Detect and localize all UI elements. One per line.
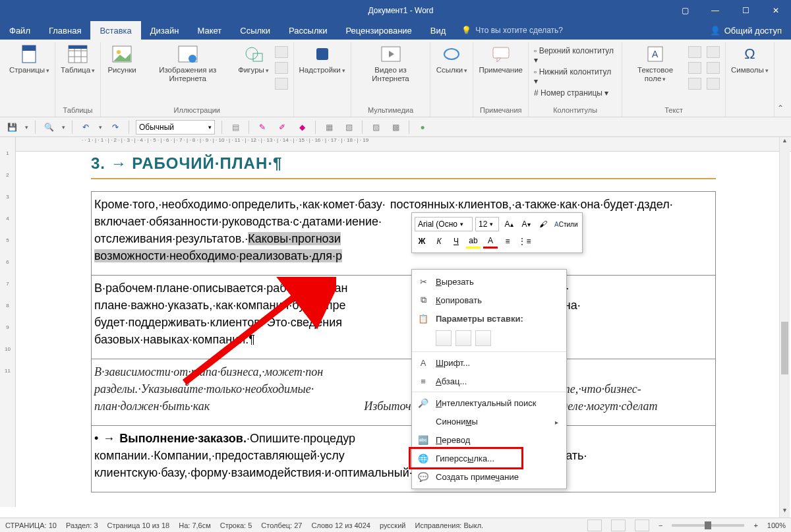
qat-btn8[interactable]: ▩ xyxy=(389,121,402,134)
collapse-ribbon-icon[interactable]: ⌃ xyxy=(775,42,787,117)
share-button[interactable]: 👤Общий доступ xyxy=(701,21,791,40)
bullets-button[interactable]: ≡ xyxy=(500,234,515,249)
picture-icon xyxy=(111,44,132,65)
tab-insert[interactable]: Вставка xyxy=(90,21,140,40)
zoom-out-icon[interactable]: − xyxy=(659,521,662,529)
links-button[interactable]: Ссылки xyxy=(436,44,467,75)
redo-icon[interactable]: ↷ xyxy=(109,121,122,134)
paste-merge-icon[interactable] xyxy=(455,330,471,346)
undo-icon[interactable]: ↶ xyxy=(79,121,92,134)
highlight-button[interactable]: ab xyxy=(466,234,481,249)
symbols-button[interactable]: ΩСимволы xyxy=(731,44,769,75)
view-print-icon[interactable] xyxy=(611,519,626,531)
status-line[interactable]: Строка: 5 xyxy=(220,521,252,529)
styles-button[interactable]: AСтили xyxy=(553,217,579,231)
tab-view[interactable]: Вид xyxy=(421,21,455,40)
status-pageof[interactable]: Страница 10 из 18 xyxy=(107,521,170,529)
qat-btn5[interactable]: ▦ xyxy=(322,121,336,134)
footer-button[interactable]: ▫ Нижний колонтитул ▾ xyxy=(534,67,616,86)
italic-button[interactable]: К xyxy=(432,234,446,249)
status-section[interactable]: Раздел: 3 xyxy=(66,521,98,529)
qat-btn3[interactable]: ✐ xyxy=(276,121,289,134)
tab-design[interactable]: Дизайн xyxy=(141,21,189,40)
tab-layout[interactable]: Макет xyxy=(188,21,231,40)
paste-keep-source-icon[interactable] xyxy=(436,330,452,346)
status-page[interactable]: СТРАНИЦА: 10 xyxy=(5,521,57,529)
ribbon-display-icon[interactable]: ▢ xyxy=(670,0,700,21)
header-button[interactable]: ▫ Верхний колонтитул ▾ xyxy=(534,46,616,65)
tab-home[interactable]: Главная xyxy=(40,21,90,40)
bold-button[interactable]: Ж xyxy=(415,234,429,249)
shapes-button[interactable]: Фигуры xyxy=(238,44,270,75)
page-number-button[interactable]: # Номер страницы ▾ xyxy=(534,88,608,98)
text-mini2[interactable] xyxy=(707,44,720,90)
underline-button[interactable]: Ч xyxy=(449,234,463,249)
numbering-button[interactable]: ⋮≡ xyxy=(517,234,532,249)
qat-btn1[interactable]: ▤ xyxy=(229,121,242,134)
chart-icon[interactable] xyxy=(275,62,288,74)
table-button[interactable]: Таблица xyxy=(61,44,95,75)
ctx-synonyms[interactable]: Синонимы xyxy=(412,412,566,430)
tab-review[interactable]: Рецензирование xyxy=(336,21,421,40)
maximize-icon[interactable]: ☐ xyxy=(730,0,761,21)
comment-button[interactable]: Примечание xyxy=(479,44,523,74)
close-icon[interactable]: ✕ xyxy=(761,0,791,21)
view-read-icon[interactable] xyxy=(587,519,602,531)
qat-btn9[interactable]: ● xyxy=(416,121,429,134)
status-col[interactable]: Столбец: 27 xyxy=(261,521,302,529)
ctx-smart-lookup[interactable]: 🔎Интеллектуальный поиск xyxy=(412,394,566,412)
smartart-icon[interactable] xyxy=(275,46,288,58)
window-title: Документ1 - Word xyxy=(132,6,670,15)
tab-file[interactable]: Файл xyxy=(0,21,40,40)
qat-btn7[interactable]: ▨ xyxy=(369,121,382,134)
scroll-down-icon[interactable]: ▼ xyxy=(780,507,790,517)
ctx-new-comment[interactable]: 💬Создать примечание xyxy=(412,467,566,486)
pictures-button[interactable]: Рисунки xyxy=(106,44,138,74)
illustrations-mini[interactable] xyxy=(275,44,288,90)
zoom-value[interactable]: 100% xyxy=(767,521,786,529)
tell-me-search[interactable]: 💡Что вы хотите сделать? xyxy=(455,21,570,40)
ctx-hyperlink[interactable]: 🌐Гиперссылка... xyxy=(412,449,566,467)
view-web-icon[interactable] xyxy=(635,519,649,531)
grow-font-icon[interactable]: A▴ xyxy=(502,217,516,231)
qat-btn6[interactable]: ▧ xyxy=(342,121,355,134)
qat-btn2[interactable]: ✎ xyxy=(256,121,269,134)
status-lang[interactable]: русский xyxy=(380,521,405,529)
ctx-translate[interactable]: 🔤Перевод xyxy=(412,430,566,449)
textbox-button[interactable]: AТекстовое поле xyxy=(628,44,683,84)
ctx-cut[interactable]: ✂Вырезать xyxy=(412,272,566,291)
status-words[interactable]: Слово 12 из 4024 xyxy=(311,521,370,529)
shrink-font-icon[interactable]: A▾ xyxy=(519,217,533,231)
find-icon[interactable]: 🔍 xyxy=(42,121,55,134)
format-painter-icon[interactable]: 🖌 xyxy=(536,217,550,231)
font-combo[interactable]: Arial (Осно▾ xyxy=(415,217,473,231)
ctx-copy[interactable]: ⧉Копировать xyxy=(412,291,566,309)
scroll-thumb[interactable] xyxy=(781,322,788,374)
status-track[interactable]: Исправления: Выкл. xyxy=(415,521,483,529)
scroll-up-icon[interactable]: ▲ xyxy=(780,137,790,148)
style-combo[interactable]: Обычный▾ xyxy=(136,120,215,134)
addins-button[interactable]: Надстройки xyxy=(299,44,345,75)
ctx-font[interactable]: AШрифт... xyxy=(412,353,566,372)
zoom-slider[interactable] xyxy=(672,524,744,527)
paste-text-only-icon[interactable] xyxy=(475,330,491,346)
screenshot-icon[interactable] xyxy=(275,78,288,90)
font-color-button[interactable]: A xyxy=(483,234,498,249)
vertical-scrollbar[interactable]: ▲ ▼ xyxy=(779,137,790,517)
table-icon xyxy=(67,44,88,65)
minimize-icon[interactable]: — xyxy=(700,0,730,21)
online-video-button[interactable]: Видео из Интернета xyxy=(357,44,425,83)
ctx-paragraph[interactable]: ≡Абзац... xyxy=(412,372,566,390)
online-pictures-button[interactable]: Изображения из Интернета xyxy=(143,44,232,83)
fontsize-combo[interactable]: 12▾ xyxy=(475,217,499,231)
save-icon[interactable]: 💾 xyxy=(5,121,18,134)
status-at[interactable]: На: 7,6см xyxy=(179,521,211,529)
tab-mailings[interactable]: Рассылки xyxy=(279,21,336,40)
pages-button[interactable]: Страницы xyxy=(9,44,49,75)
tab-references[interactable]: Ссылки xyxy=(231,21,279,40)
zoom-in-icon[interactable]: + xyxy=(753,521,757,529)
translate-icon: 🔤 xyxy=(417,435,429,445)
qat-btn4[interactable]: ◆ xyxy=(295,121,308,134)
document-page[interactable]: 3. → РАБОЧИЙ·ПЛАН·¶ Кроме·того,·необходи… xyxy=(82,154,725,504)
text-mini[interactable] xyxy=(688,44,701,90)
